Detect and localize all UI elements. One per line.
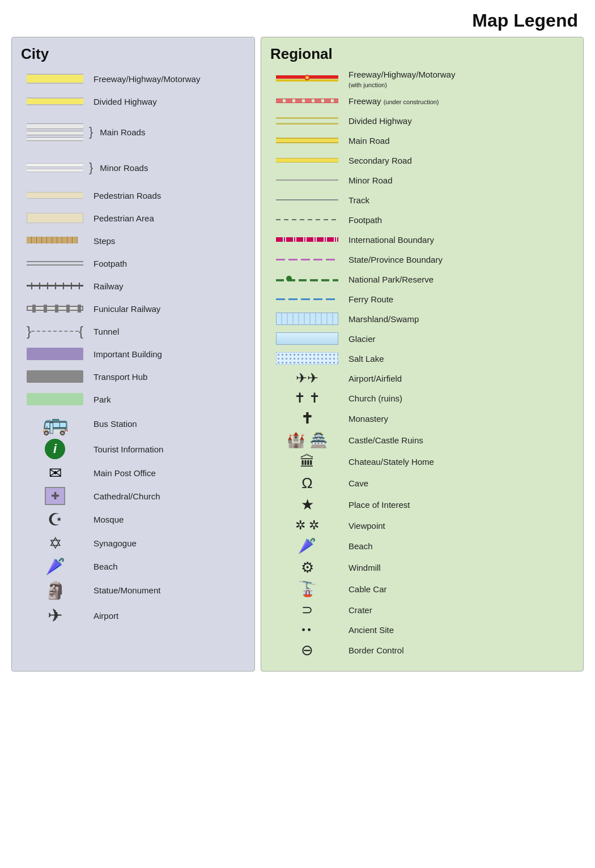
list-item: } } Tunnel	[21, 322, 245, 340]
reg-intl-boundary-symbol	[270, 237, 344, 242]
glacier-symbol	[276, 332, 338, 345]
city-important-building-symbol	[21, 348, 89, 360]
reg-cablecar-symbol: 🚡	[270, 580, 344, 598]
chateau-icon: 🏛	[300, 453, 314, 471]
city-steps-symbol	[21, 237, 89, 245]
list-item: Transport Hub	[21, 367, 245, 386]
list-item: Track	[270, 192, 574, 208]
reg-crater-label: Crater	[344, 605, 372, 615]
city-park-symbol	[21, 393, 89, 405]
list-item: 🏛 Chateau/Stately Home	[270, 453, 574, 471]
intl-boundary-symbol	[276, 237, 338, 242]
footpath-symbol	[27, 261, 83, 266]
main-road-symbol	[276, 138, 338, 143]
city-transport-hub-label: Transport Hub	[89, 372, 147, 382]
brace-icon: }	[89, 161, 93, 174]
list-item: Main Road	[270, 132, 574, 148]
city-transport-hub-symbol	[21, 370, 89, 383]
regional-panel: Regional Freeway/Highway/Motorway (with …	[261, 37, 584, 672]
list-item: ✈✈ Airport/Airfield	[270, 370, 574, 386]
reg-cave-label: Cave	[344, 478, 368, 488]
brace-right-icon: }	[79, 324, 83, 338]
city-statue-label: Statue/Monument	[89, 585, 160, 595]
railway-symbol	[27, 282, 83, 290]
reg-footpath-symbol	[270, 219, 344, 220]
list-item: Secondary Road	[270, 152, 574, 168]
reg-freeway-symbol	[270, 74, 344, 84]
reg-ancient-symbol: ⦁⦁	[270, 624, 344, 636]
city-bus-label: Bus Station	[89, 419, 137, 429]
reg-ancient-label: Ancient Site	[344, 625, 394, 635]
city-statue-symbol: 🗿	[21, 580, 89, 600]
crater-icon: ⊃	[301, 602, 313, 618]
reg-glacier-symbol	[270, 332, 344, 345]
bus-icon: 🚌	[42, 413, 69, 434]
list-item: 🚌 Bus Station	[21, 413, 245, 434]
city-airport-symbol: ✈	[21, 605, 89, 626]
city-footpath-label: Footpath	[89, 259, 127, 268]
list-item: ✡ Synagogue	[21, 534, 245, 553]
reg-state-boundary-label: State/Province Boundary	[344, 255, 443, 264]
city-pedarea-symbol	[21, 213, 89, 223]
crescent-icon: ☪	[48, 510, 63, 529]
list-item: Freeway (under construction)	[270, 93, 574, 109]
reg-church-label: Church (ruins)	[344, 394, 402, 403]
city-mainroads-label: Main Roads	[95, 127, 145, 137]
list-item: ✚ Cathedral/Church	[21, 487, 245, 505]
ferry-symbol	[276, 298, 338, 300]
city-tourist-info-label: Tourist Information	[89, 444, 163, 454]
mail-icon: ✉	[49, 464, 62, 482]
reg-national-park-label: National Park/Reserve	[344, 275, 434, 284]
list-item: Ω Cave	[270, 474, 574, 492]
list-item: Glacier	[270, 331, 574, 347]
list-item: Divided Highway	[270, 113, 574, 129]
steps-symbol	[27, 237, 83, 245]
reg-border-symbol: ⊖	[270, 642, 344, 659]
list-item: ✲ ✲ Viewpoint	[270, 518, 574, 533]
list-item: Marshland/Swamp	[270, 311, 574, 327]
reg-viewpoint-label: Viewpoint	[344, 521, 385, 531]
list-item: Footpath	[270, 212, 574, 228]
city-mosque-label: Mosque	[89, 515, 124, 524]
city-tunnel-label: Tunnel	[89, 327, 119, 336]
list-item: Minor Road	[270, 172, 574, 188]
reg-ferry-symbol	[270, 298, 344, 300]
city-tunnel-symbol: } }	[21, 324, 89, 338]
list-item: 🌂 Beach	[21, 557, 245, 576]
reg-beach-symbol: 🌂	[270, 537, 344, 555]
reg-national-park-symbol	[270, 275, 344, 283]
list-item: ⦁⦁ Ancient Site	[270, 622, 574, 638]
city-freeway-symbol	[21, 74, 89, 84]
city-panel: City Freeway/Highway/Motorway Divided Hi…	[11, 37, 255, 672]
reg-footpath-label: Footpath	[344, 215, 382, 225]
city-bus-symbol: 🚌	[21, 413, 89, 434]
national-park-symbol	[276, 275, 338, 283]
park-area-symbol	[27, 393, 83, 405]
regional-panel-title: Regional	[270, 45, 574, 63]
list-item: ✈ Airport	[21, 605, 245, 626]
city-freeway-label: Freeway/Highway/Motorway	[89, 74, 200, 84]
reg-windmill-symbol: ⚙	[270, 559, 344, 576]
building-symbol	[27, 348, 83, 360]
city-pedarea-label: Pedestrian Area	[89, 213, 154, 223]
reg-glacier-label: Glacier	[344, 334, 376, 344]
city-synagogue-symbol: ✡	[21, 534, 89, 553]
reg-cablecar-label: Cable Car	[344, 584, 387, 594]
road-symbol-group	[27, 123, 83, 141]
city-beach-symbol: 🌂	[21, 557, 89, 576]
reg-beach-icon: 🌂	[298, 537, 316, 555]
funicular-symbol	[27, 305, 83, 313]
airport-icon: ✈	[48, 605, 63, 626]
city-pedroads-label: Pedestrian Roads	[89, 191, 161, 200]
reg-freeway-construction-symbol	[270, 99, 344, 103]
road-symbol	[27, 74, 83, 84]
list-item: Freeway/Highway/Motorway (with junction)	[270, 70, 574, 89]
reg-secondary-road-label: Secondary Road	[344, 156, 412, 165]
reg-secondary-road-symbol	[270, 158, 344, 163]
list-item: i Tourist Information	[21, 439, 245, 459]
reg-divided-label: Divided Highway	[344, 116, 412, 126]
reg-windmill-label: Windmill	[344, 563, 381, 572]
reg-church-symbol: ✝ ✝	[270, 390, 344, 406]
brace-icon: }	[89, 126, 93, 138]
list-item: ⚙ Windmill	[270, 559, 574, 576]
